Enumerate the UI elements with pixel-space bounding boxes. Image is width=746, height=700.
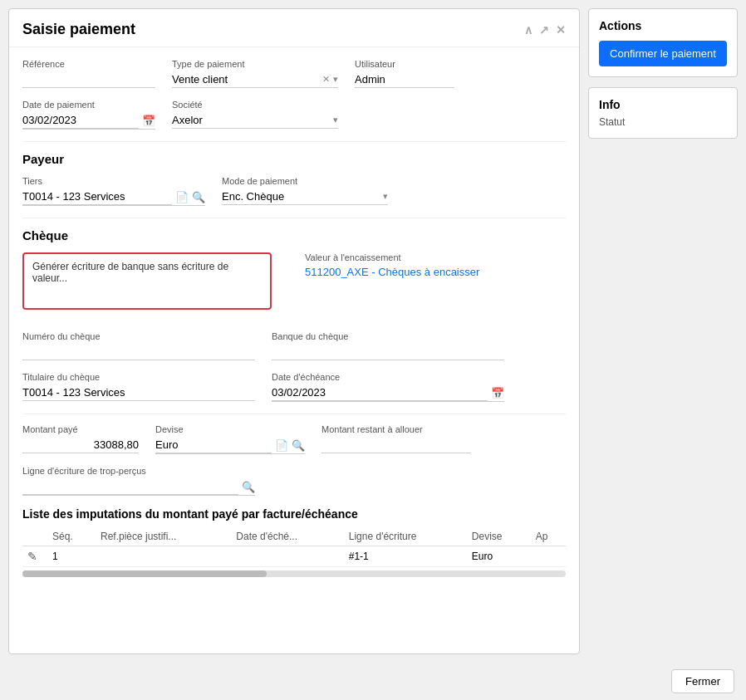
dialog-body: Référence Type de paiement Vente client … <box>9 47 579 653</box>
divider-3 <box>22 414 566 414</box>
company-wrapper: Axelor ▾ <box>172 112 338 129</box>
currency-search-icon[interactable]: 🔍 <box>292 439 305 452</box>
remaining-amount-field: Montant restant à allouer <box>321 424 471 453</box>
payment-mode-wrapper: Enc. Chèque ▾ <box>222 188 388 205</box>
reference-field: Référence <box>22 59 155 88</box>
tiers-search-icon[interactable]: 🔍 <box>192 191 205 203</box>
cheque-holder-label: Titulaire du chèque <box>22 372 255 382</box>
toggle-label: Générer écriture de banque sans écriture… <box>32 261 262 284</box>
payment-type-clear-icon[interactable]: ✕ <box>322 74 330 85</box>
bottom-bar: Fermer <box>0 663 746 700</box>
col-ref: Ref.pièce justifi... <box>96 527 231 546</box>
currency-doc-icon[interactable]: 📄 <box>275 439 288 452</box>
info-title: Info <box>599 98 727 111</box>
valeur-field: Valeur à l'encaissement 511200_AXE - Chè… <box>305 252 479 278</box>
cheque-bank-input[interactable] <box>272 344 504 360</box>
amount-paid-field: Montant payé <box>22 424 139 453</box>
close-icon[interactable]: ✕ <box>556 23 566 37</box>
cheque-bank-field: Banque du chèque <box>272 331 504 360</box>
tiers-doc-icon[interactable]: 📄 <box>175 191 189 203</box>
form-row-1: Référence Type de paiement Vente client … <box>22 59 566 88</box>
due-date-calendar-icon[interactable]: 📅 <box>491 387 504 399</box>
col-ligne: Ligne d'écriture <box>344 527 467 546</box>
payment-type-arrow-icon[interactable]: ▾ <box>333 74 338 85</box>
row-ap <box>531 546 566 567</box>
cheque-number-field: Numéro du chèque <box>22 331 255 360</box>
amount-paid-input[interactable] <box>22 437 139 453</box>
payment-type-field: Type de paiement Vente client ✕ ▾ <box>172 59 338 88</box>
col-devise: Devise <box>467 527 531 546</box>
reference-input[interactable] <box>22 71 155 88</box>
tiers-label: Tiers <box>22 176 205 186</box>
tiers-input[interactable] <box>22 188 172 205</box>
confirm-payment-button[interactable]: Confirmer le paiement <box>599 41 727 66</box>
right-panel: Actions Confirmer le paiement Info Statu… <box>588 8 738 654</box>
currency-wrapper: 📄 🔍 <box>155 437 305 454</box>
row-edit-icon[interactable]: ✎ <box>22 546 47 567</box>
due-date-field: Date d'échéance 📅 <box>272 372 504 402</box>
statut-label: Statut <box>599 116 727 128</box>
company-select[interactable]: Axelor <box>172 112 330 128</box>
col-date: Date d'éché... <box>231 527 343 546</box>
form-row-3: Tiers 📄 🔍 Mode de paiement Enc. Chèque ▾ <box>22 176 566 206</box>
form-row-7: Ligne d'écriture de trop-perçus 🔍 <box>22 466 566 496</box>
horizontal-scrollbar[interactable] <box>22 570 566 577</box>
currency-input[interactable] <box>155 437 272 453</box>
currency-field: Devise 📄 🔍 <box>155 424 305 454</box>
valeur-label: Valeur à l'encaissement <box>305 252 479 262</box>
dialog-title-icons: ∧ ↗ ✕ <box>524 23 566 37</box>
due-date-input[interactable] <box>272 384 488 401</box>
row-date <box>231 546 343 567</box>
main-dialog: Saisie paiement ∧ ↗ ✕ Référence Type de … <box>8 8 580 654</box>
payment-mode-arrow-icon[interactable]: ▾ <box>383 191 388 202</box>
company-arrow-icon[interactable]: ▾ <box>333 115 338 125</box>
divider-1 <box>22 141 566 142</box>
cheque-holder-input[interactable] <box>22 384 255 401</box>
form-row-4: Numéro du chèque Banque du chèque <box>22 331 566 360</box>
company-label: Société <box>172 100 338 110</box>
payment-date-field: Date de paiement 📅 <box>22 100 155 130</box>
cheque-holder-field: Titulaire du chèque <box>22 372 255 401</box>
payment-type-select[interactable]: Vente client <box>172 71 319 87</box>
remaining-amount-label: Montant restant à allouer <box>321 424 471 434</box>
cheque-number-input[interactable] <box>22 344 255 360</box>
payment-mode-select[interactable]: Enc. Chèque <box>222 188 380 204</box>
form-row-toggle: Générer écriture de banque sans écriture… <box>22 252 566 320</box>
payment-date-input[interactable] <box>22 112 139 129</box>
tiers-wrapper: 📄 🔍 <box>22 188 205 206</box>
trop-percus-label: Ligne d'écriture de trop-perçus <box>22 466 255 476</box>
expand-icon[interactable]: ↗ <box>539 23 549 37</box>
dialog-title: Saisie paiement ∧ ↗ ✕ <box>9 9 579 47</box>
table-container: Séq. Ref.pièce justifi... Date d'éché...… <box>22 527 566 577</box>
trop-percus-input[interactable] <box>22 478 238 495</box>
payment-mode-field: Mode de paiement Enc. Chèque ▾ <box>222 176 388 205</box>
cheque-bank-label: Banque du chèque <box>272 331 504 341</box>
company-field: Société Axelor ▾ <box>172 100 338 129</box>
trop-percus-search-icon[interactable]: 🔍 <box>242 481 255 493</box>
table-header: Séq. Ref.pièce justifi... Date d'éché...… <box>22 527 566 546</box>
row-ligne: #1-1 <box>344 546 467 567</box>
info-panel: Info Statut <box>588 87 738 139</box>
remaining-amount-input[interactable] <box>321 437 471 453</box>
valeur-link[interactable]: 511200_AXE - Chèques à encaisser <box>305 266 479 278</box>
cheque-number-label: Numéro du chèque <box>22 331 255 341</box>
calendar-icon[interactable]: 📅 <box>142 115 155 127</box>
form-row-5: Titulaire du chèque Date d'échéance 📅 <box>22 372 566 402</box>
trop-percus-field: Ligne d'écriture de trop-perçus 🔍 <box>22 466 255 496</box>
close-button[interactable]: Fermer <box>671 669 734 693</box>
row-devise: Euro <box>467 546 531 567</box>
scrollbar-thumb <box>22 570 267 577</box>
divider-2 <box>22 218 566 218</box>
row-seq: 1 <box>47 546 96 567</box>
col-seq: Séq. <box>47 527 96 546</box>
imputation-table: Séq. Ref.pièce justifi... Date d'éché...… <box>22 527 566 567</box>
minimize-icon[interactable]: ∧ <box>524 23 533 37</box>
cheque-section-title: Chèque <box>22 228 566 242</box>
list-section-title: Liste des imputations du montant payé pa… <box>22 507 566 521</box>
actions-panel: Actions Confirmer le paiement <box>588 8 738 77</box>
form-row-2: Date de paiement 📅 Société Axelor ▾ <box>22 100 566 130</box>
user-input[interactable] <box>355 71 454 88</box>
payment-date-label: Date de paiement <box>22 100 155 110</box>
payment-type-wrapper: Vente client ✕ ▾ <box>172 71 338 88</box>
table-row: ✎ 1 #1-1 Euro <box>22 546 566 567</box>
